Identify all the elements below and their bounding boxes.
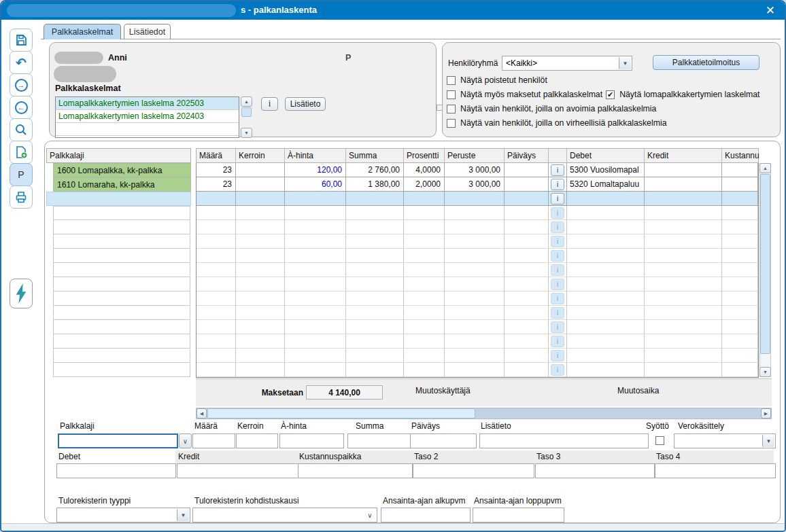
list-scroll-up[interactable]: ▲ xyxy=(241,96,252,107)
cell-maara[interactable] xyxy=(196,291,236,306)
cell-kerroin[interactable] xyxy=(236,192,285,206)
cell-prosentti[interactable] xyxy=(404,206,445,220)
next-record-button[interactable]: → xyxy=(10,73,33,96)
cell-kerroin[interactable] xyxy=(236,163,285,177)
kerroin-input[interactable] xyxy=(236,433,278,448)
lisatieto-input[interactable] xyxy=(479,433,649,448)
cell-kustannus[interactable] xyxy=(722,249,758,263)
cell-ahinta[interactable] xyxy=(285,349,346,363)
row-info-button[interactable]: i xyxy=(551,179,564,190)
salary-row[interactable]: 23 60,00 1 380,00 2,0000 3 000,00 i 5320… xyxy=(196,177,758,192)
cell-ahinta[interactable]: 120,00 xyxy=(285,163,346,177)
cell-kredit[interactable] xyxy=(645,306,722,320)
palkkalaji-row-selected[interactable] xyxy=(46,192,191,206)
cell-paivays[interactable] xyxy=(505,234,549,249)
maara-input[interactable] xyxy=(192,433,235,448)
cell-kustannus[interactable] xyxy=(722,206,758,220)
row-info-button[interactable]: i xyxy=(551,164,564,176)
new-document-button[interactable] xyxy=(10,141,33,164)
save-button[interactable] xyxy=(10,29,33,52)
salary-row-selected[interactable]: i xyxy=(196,192,758,206)
cell-maara[interactable] xyxy=(196,334,236,349)
cell-debet[interactable] xyxy=(567,320,645,334)
cell-paivays[interactable] xyxy=(505,334,549,349)
salary-row-empty[interactable]: i xyxy=(196,363,758,377)
cell-kredit[interactable] xyxy=(645,277,722,291)
calculation-item[interactable]: Lomapalkkakertymien laskelma 202403 xyxy=(56,110,239,123)
cell-paivays[interactable] xyxy=(505,363,549,377)
calculation-item-empty[interactable] xyxy=(56,123,239,136)
cell-peruste[interactable] xyxy=(445,206,505,220)
cell-maara[interactable] xyxy=(196,363,236,377)
lisatieto-button[interactable]: Lisätieto xyxy=(285,97,326,111)
cell-ahinta[interactable] xyxy=(285,192,346,206)
cell-debet[interactable] xyxy=(567,277,645,291)
palkkalaji-row-empty[interactable] xyxy=(53,320,190,334)
cell-debet[interactable] xyxy=(567,220,645,234)
cell-kredit[interactable] xyxy=(645,234,722,249)
grid-scroll-right[interactable]: ▶ xyxy=(761,408,771,419)
close-icon[interactable]: ✕ xyxy=(766,3,775,18)
taso2-input[interactable] xyxy=(413,463,534,478)
cell-ahinta[interactable] xyxy=(285,206,346,220)
cell-paivays[interactable] xyxy=(505,306,549,320)
cell-kustannus[interactable] xyxy=(722,192,758,206)
cell-kustannus[interactable] xyxy=(722,349,758,363)
cell-prosentti[interactable] xyxy=(404,291,445,306)
grid-scroll-left[interactable]: ◀ xyxy=(196,408,207,419)
cell-summa[interactable]: 2 760,00 xyxy=(346,163,404,177)
palkkalaji-row-empty[interactable] xyxy=(53,263,190,277)
checkbox-avoimia[interactable] xyxy=(447,105,456,113)
cell-kerroin[interactable] xyxy=(236,263,285,277)
cell-ahinta[interactable] xyxy=(285,306,346,320)
cell-peruste[interactable] xyxy=(445,277,505,291)
cell-maara[interactable] xyxy=(196,206,236,220)
tulorekisterin-kohdistuskausi-select[interactable]: ∨ xyxy=(192,508,377,522)
grid-hscroll-track[interactable]: ◀ ▶ xyxy=(196,408,772,419)
cell-maara[interactable] xyxy=(196,234,236,249)
cell-debet[interactable] xyxy=(567,249,645,263)
ansainta-loppupvm-input[interactable] xyxy=(473,508,564,522)
cell-kerroin[interactable] xyxy=(236,206,285,220)
cell-paivays[interactable] xyxy=(505,249,549,263)
cell-prosentti[interactable] xyxy=(404,334,445,349)
cell-kustannus[interactable] xyxy=(722,334,758,349)
checkbox-poistetut[interactable] xyxy=(447,76,456,85)
ahinta-input[interactable] xyxy=(279,433,344,448)
paivays-input[interactable] xyxy=(410,433,477,448)
palkkatietoilmoitus-button[interactable]: Palkkatietoilmoitus xyxy=(653,55,759,70)
cell-kredit[interactable] xyxy=(645,177,722,192)
calculation-info-button[interactable]: i xyxy=(261,97,278,111)
cell-kredit[interactable] xyxy=(645,206,722,220)
checkbox-lomapalkka-checked[interactable]: ✔ xyxy=(606,90,615,99)
cell-ahinta[interactable] xyxy=(285,334,346,349)
cell-ahinta[interactable]: 60,00 xyxy=(285,177,346,192)
palkkalaji-row-empty[interactable] xyxy=(53,363,190,377)
cell-kerroin[interactable] xyxy=(236,306,285,320)
cell-summa[interactable] xyxy=(346,291,404,306)
app-logo-button[interactable] xyxy=(10,279,33,308)
search-button[interactable] xyxy=(10,118,33,141)
cell-kredit[interactable] xyxy=(645,291,722,306)
cell-maara[interactable]: 23 xyxy=(196,177,236,192)
summa-input[interactable] xyxy=(347,433,411,448)
grid-scroll-down[interactable]: ▼ xyxy=(759,367,771,377)
cell-kerroin[interactable] xyxy=(236,320,285,334)
cell-kustannus[interactable] xyxy=(722,291,758,306)
palkkalaji-combo-button[interactable]: ∨ xyxy=(179,433,192,448)
salary-row-empty[interactable]: i xyxy=(196,220,758,234)
cell-kerroin[interactable] xyxy=(236,291,285,306)
checkbox-maksetut[interactable] xyxy=(447,90,456,99)
salary-row-empty[interactable]: i xyxy=(196,263,758,277)
cell-kustannus[interactable] xyxy=(722,220,758,234)
cell-peruste[interactable] xyxy=(445,363,505,377)
calculation-item-selected[interactable]: Lomapalkkakertymien laskelma 202503 xyxy=(56,97,239,110)
cell-summa[interactable] xyxy=(346,277,404,291)
cell-peruste[interactable] xyxy=(445,320,505,334)
cell-paivays[interactable] xyxy=(505,206,549,220)
cell-peruste[interactable]: 3 000,00 xyxy=(445,163,505,177)
checkbox-virheellisia[interactable] xyxy=(447,119,456,128)
chevron-down-icon[interactable]: ▼ xyxy=(177,509,189,521)
cell-summa[interactable] xyxy=(346,306,404,320)
cell-maara[interactable] xyxy=(196,306,236,320)
